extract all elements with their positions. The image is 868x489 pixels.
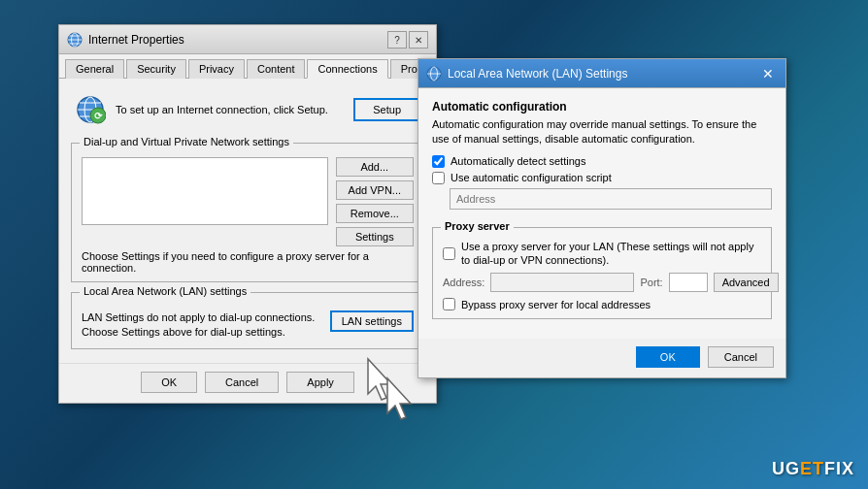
dialup-group-label: Dial-up and Virtual Private Network sett…	[80, 136, 293, 147]
lan-dialog-body: Automatic configuration Automatic config…	[418, 88, 785, 339]
proxy-address-input[interactable]	[490, 273, 634, 292]
brand-ug: UG	[772, 459, 800, 478]
setup-button[interactable]: Setup	[353, 98, 420, 121]
auto-detect-checkbox[interactable]	[432, 155, 445, 168]
proxy-advanced-button[interactable]: Advanced	[714, 273, 779, 292]
proxy-checkbox[interactable]	[443, 247, 455, 260]
proxy-port-input[interactable]: 80	[669, 273, 708, 292]
globe-icon	[67, 32, 83, 48]
tab-security[interactable]: Security	[126, 59, 186, 79]
internet-properties-titlebar[interactable]: Internet Properties ? ✕	[59, 25, 436, 54]
proxy-checkbox-label: Use a proxy server for your LAN (These s…	[461, 240, 761, 268]
lan-settings-row: LAN Settings do not apply to dial-up con…	[82, 310, 414, 341]
auto-script-label: Use automatic configuration script	[451, 172, 612, 183]
window-controls: ? ✕	[387, 31, 428, 49]
internet-properties-dialog: Internet Properties ? ✕ General Security…	[58, 24, 437, 404]
ip-ok-button[interactable]: OK	[141, 372, 197, 393]
setup-row: ⟳ To set up an Internet connection, clic…	[71, 88, 424, 131]
lan-dialog-title: Local Area Network (LAN) Settings	[448, 67, 627, 81]
tab-content[interactable]: Content	[247, 59, 306, 79]
tab-connections[interactable]: Connections	[307, 59, 387, 79]
bypass-checkbox[interactable]	[443, 298, 455, 310]
auto-detect-row: Automatically detect settings	[432, 155, 772, 168]
vpn-layout: Add... Add VPN... Remove... Settings	[82, 157, 414, 246]
auto-script-checkbox[interactable]	[432, 172, 445, 184]
tab-privacy[interactable]: Privacy	[188, 59, 245, 79]
bypass-label: Bypass proxy server for local addresses	[461, 299, 651, 310]
lan-ok-button[interactable]: OK	[636, 346, 700, 368]
lan-settings-button[interactable]: LAN settings	[330, 310, 414, 332]
svg-text:⟳: ⟳	[94, 111, 103, 121]
ip-apply-button[interactable]: Apply	[286, 372, 354, 393]
lan-globe-icon	[426, 66, 442, 82]
auto-detect-label: Automatically detect settings	[451, 155, 585, 167]
bypass-row: Bypass proxy server for local addresses	[443, 298, 761, 310]
proxy-server-group: Proxy server Use a proxy server for your…	[432, 227, 772, 320]
lan-settings-dialog: Local Area Network (LAN) Settings ✕ Auto…	[417, 58, 786, 378]
branding: UGETFIX	[772, 459, 854, 479]
vpn-btn-col: Add... Add VPN... Remove... Settings	[336, 157, 414, 246]
brand-fix: FIX	[824, 459, 854, 478]
auto-config-heading: Automatic configuration	[432, 100, 772, 114]
proxy-port-label: Port:	[640, 277, 662, 288]
lan-close-button[interactable]: ✕	[758, 65, 778, 82]
lan-group-label: Local Area Network (LAN) settings	[80, 285, 250, 297]
vpn-list[interactable]	[82, 157, 328, 225]
brand-et: ET	[800, 459, 824, 478]
proxy-group-label: Proxy server	[441, 220, 514, 232]
lan-group: Local Area Network (LAN) settings LAN Se…	[71, 292, 424, 349]
ip-cancel-button[interactable]: Cancel	[205, 372, 279, 393]
lan-dialog-footer: OK Cancel	[418, 339, 785, 377]
dialup-group: Dial-up and Virtual Private Network sett…	[71, 143, 424, 282]
remove-button[interactable]: Remove...	[336, 204, 414, 223]
tab-general[interactable]: General	[65, 59, 124, 79]
lan-settings-text: LAN Settings do not apply to dial-up con…	[82, 310, 320, 341]
proxy-addr-row: Address: Port: 80 Advanced	[443, 273, 761, 292]
connection-globe-icon: ⟳	[75, 94, 106, 125]
tab-bar: General Security Privacy Content Connect…	[59, 54, 436, 79]
auto-config-address[interactable]	[450, 188, 772, 210]
connections-tab-body: ⟳ To set up an Internet connection, clic…	[59, 79, 436, 359]
lan-cancel-button[interactable]: Cancel	[708, 346, 774, 368]
auto-config-desc: Automatic configuration may override man…	[432, 117, 772, 147]
lan-window-controls: ✕	[758, 65, 778, 82]
settings-button[interactable]: Settings	[336, 227, 414, 246]
auto-script-row: Use automatic configuration script	[432, 172, 772, 184]
internet-properties-footer: OK Cancel Apply	[59, 363, 436, 403]
internet-properties-title: Internet Properties	[88, 33, 184, 47]
lan-dialog-titlebar[interactable]: Local Area Network (LAN) Settings ✕	[418, 59, 785, 88]
proxy-address-label: Address:	[443, 277, 484, 288]
help-button[interactable]: ?	[387, 31, 407, 49]
add-vpn-button[interactable]: Add VPN...	[336, 180, 414, 200]
proxy-checkbox-row: Use a proxy server for your LAN (These s…	[443, 240, 761, 268]
close-button[interactable]: ✕	[409, 31, 428, 49]
choose-proxy-text: Choose Settings if you need to configure…	[82, 250, 414, 274]
vpn-list-col	[82, 157, 328, 246]
add-button[interactable]: Add...	[336, 157, 414, 177]
setup-text: To set up an Internet connection, click …	[116, 104, 344, 115]
